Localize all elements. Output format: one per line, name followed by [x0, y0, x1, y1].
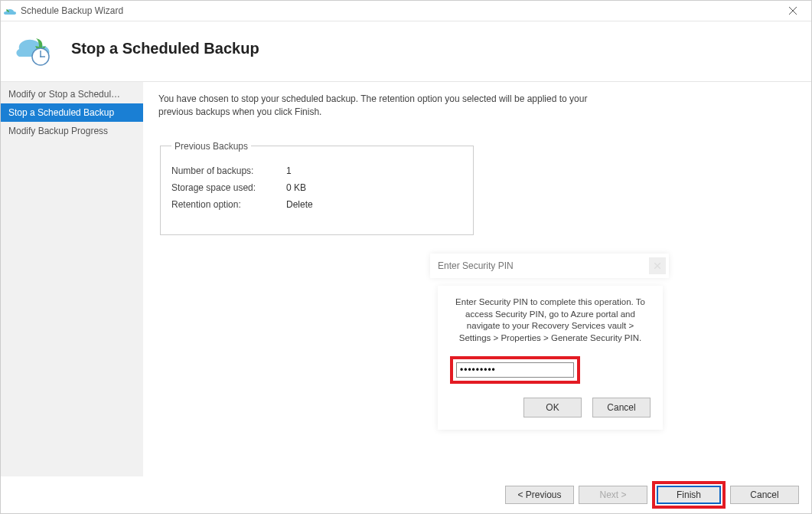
wizard-window: Schedule Backup Wizard Stop a Scheduled …	[0, 0, 812, 514]
wizard-footer: < Previous Next > Finish Cancel	[1, 476, 811, 513]
window-title: Schedule Backup Wizard	[21, 5, 123, 16]
value-storage-used: 0 KB	[286, 182, 306, 193]
main-panel: You have chosen to stop your scheduled b…	[143, 82, 811, 476]
pin-ok-button[interactable]: OK	[523, 398, 582, 417]
step-modify-or-stop[interactable]: Modify or Stop a Schedul…	[1, 85, 143, 103]
wizard-steps: Modify or Stop a Schedul… Stop a Schedul…	[1, 82, 143, 476]
value-retention: Delete	[286, 199, 313, 210]
previous-button[interactable]: < Previous	[505, 486, 574, 504]
pin-dialog-message: Enter Security PIN to complete this oper…	[450, 296, 651, 344]
wizard-icon	[10, 29, 56, 67]
close-button[interactable]	[778, 1, 808, 21]
previous-backups-group: Previous Backups Number of backups: 1 St…	[160, 141, 474, 235]
pin-cancel-button[interactable]: Cancel	[592, 398, 651, 417]
pin-input[interactable]	[456, 362, 574, 378]
row-backup-count: Number of backups: 1	[171, 165, 462, 176]
close-icon	[654, 263, 660, 269]
label-retention: Retention option:	[171, 199, 286, 210]
step-stop-backup[interactable]: Stop a Scheduled Backup	[1, 103, 143, 122]
wizard-body: Modify or Stop a Schedul… Stop a Schedul…	[1, 81, 811, 476]
close-icon	[789, 7, 797, 15]
clear-pin-button[interactable]	[649, 257, 666, 274]
value-backup-count: 1	[286, 165, 292, 176]
finish-button[interactable]: Finish	[657, 486, 721, 504]
page-title: Stop a Scheduled Backup	[71, 40, 259, 57]
next-button: Next >	[579, 486, 647, 504]
title-bar: Schedule Backup Wizard	[1, 1, 811, 21]
pin-dialog: Enter Security PIN to complete this oper…	[438, 286, 663, 430]
step-modify-progress[interactable]: Modify Backup Progress	[1, 122, 143, 140]
pin-placeholder-input[interactable]	[430, 256, 649, 276]
label-storage-used: Storage space used:	[171, 182, 286, 193]
row-storage-used: Storage space used: 0 KB	[171, 182, 462, 193]
cancel-button[interactable]: Cancel	[730, 486, 799, 504]
wizard-header: Stop a Scheduled Backup	[1, 21, 811, 81]
pin-input-highlight	[450, 356, 580, 384]
description-text: You have chosen to stop your scheduled b…	[158, 93, 602, 119]
app-icon	[4, 5, 16, 17]
previous-backups-legend: Previous Backups	[171, 141, 251, 152]
pin-entry-bar	[430, 254, 669, 278]
finish-highlight: Finish	[652, 481, 726, 509]
label-backup-count: Number of backups:	[171, 165, 286, 176]
row-retention: Retention option: Delete	[171, 199, 462, 210]
